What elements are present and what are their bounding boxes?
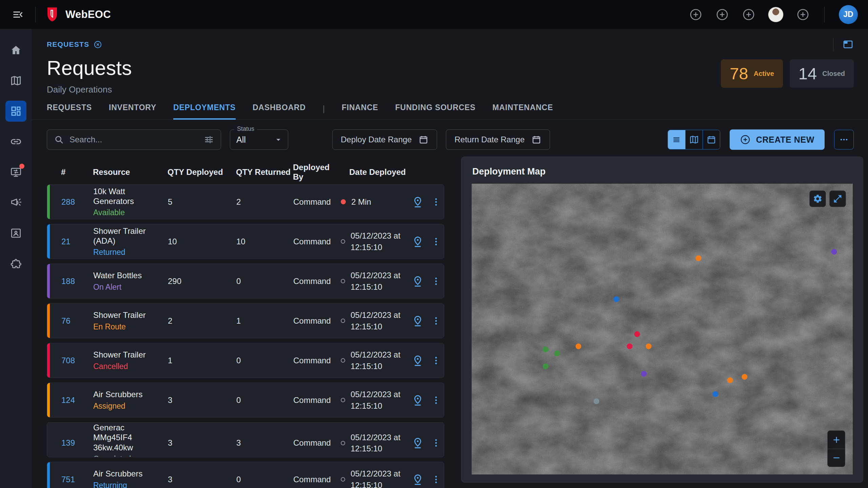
pin-drop-icon[interactable] — [407, 196, 428, 208]
qty-deployed: 10 — [168, 237, 236, 246]
pin-drop-icon[interactable] — [407, 436, 428, 449]
breadcrumb-label: REQUESTS — [47, 40, 89, 48]
map-settings-button[interactable] — [809, 190, 826, 207]
map-marker-blue[interactable] — [614, 297, 619, 302]
active-badge[interactable]: 78 Active — [721, 59, 783, 88]
sidebar-item-control-panel[interactable] — [5, 162, 26, 183]
map-marker-green[interactable] — [543, 363, 549, 369]
sidebar-item-plugins[interactable] — [5, 253, 26, 274]
popout-window-icon[interactable] — [842, 39, 854, 50]
zoom-in-button[interactable] — [828, 431, 845, 449]
map-fullscreen-button[interactable] — [829, 190, 846, 207]
row-id[interactable]: 21 — [61, 237, 93, 246]
table-row[interactable]: 76 Shower Trailer En Route 2 1 Command 0… — [47, 303, 444, 338]
list-view-button[interactable] — [668, 130, 685, 149]
calendar-view-button[interactable] — [703, 130, 720, 149]
tab-requests[interactable]: REQUESTS — [47, 103, 92, 120]
breadcrumb[interactable]: REQUESTS — [47, 40, 102, 49]
map-marker-orange[interactable] — [727, 378, 733, 383]
close-circle-icon[interactable] — [93, 40, 102, 49]
search-box[interactable] — [47, 129, 221, 150]
deploy-date-range-button[interactable]: Deploy Date Range — [332, 129, 437, 150]
filter-tune-icon[interactable] — [204, 135, 214, 145]
tab-maintenance[interactable]: MAINTENANCE — [492, 103, 553, 120]
map-marker-blue[interactable] — [713, 391, 718, 397]
map-canvas[interactable] — [472, 184, 853, 474]
row-menu-icon[interactable] — [428, 196, 444, 208]
resource-name: Water Bottles — [93, 270, 162, 280]
return-date-range-button[interactable]: Return Date Range — [446, 129, 550, 150]
status-select-label: Status — [234, 125, 257, 133]
table-row[interactable]: 751 Air Scrubbers Returning 3 0 Command … — [47, 462, 444, 488]
map-marker-orange[interactable] — [695, 255, 701, 261]
row-id[interactable]: 76 — [61, 316, 93, 326]
closed-badge[interactable]: 14 Closed — [790, 59, 854, 88]
row-menu-icon[interactable] — [428, 355, 444, 366]
table-row[interactable]: 708 Shower Trailer Cancelled 1 0 Command… — [47, 343, 444, 378]
map-marker-red[interactable] — [634, 331, 640, 337]
menu-collapse-button[interactable] — [10, 7, 26, 22]
topbar-actions: JD — [689, 5, 858, 24]
tab-dashboard[interactable]: DASHBOARD — [253, 103, 306, 120]
calendar-icon — [418, 135, 429, 145]
map-marker-purple[interactable] — [641, 371, 647, 377]
map-marker-green[interactable] — [554, 351, 560, 357]
add-circle-1-icon[interactable] — [689, 7, 703, 22]
map-marker-purple[interactable] — [831, 249, 837, 255]
sidebar-item-links[interactable] — [5, 131, 26, 152]
map-marker-orange[interactable] — [575, 343, 581, 349]
pin-drop-icon[interactable] — [407, 473, 428, 486]
add-circle-4-icon[interactable] — [796, 7, 810, 22]
row-id[interactable]: 288 — [61, 197, 93, 207]
row-id[interactable]: 751 — [61, 475, 93, 484]
map-marker-gray[interactable] — [593, 398, 599, 404]
row-menu-icon[interactable] — [428, 474, 444, 485]
tab-inventory[interactable]: INVENTORY — [109, 103, 156, 120]
row-menu-icon[interactable] — [428, 394, 444, 406]
search-input[interactable] — [70, 135, 198, 144]
table-row[interactable]: 139 Generac MMg45IF4 36kw.40kw Completed… — [47, 422, 444, 457]
row-menu-icon[interactable] — [428, 236, 444, 247]
map-marker-red[interactable] — [627, 343, 633, 349]
puzzle-icon — [10, 258, 22, 270]
sidebar-item-broadcast[interactable] — [5, 192, 26, 213]
row-status-accent — [47, 343, 50, 378]
tab-deployments[interactable]: DEPLOYMENTS — [173, 103, 236, 120]
row-menu-icon[interactable] — [428, 276, 444, 287]
tab-funding-sources[interactable]: FUNDING SOURCES — [395, 103, 475, 120]
user-avatar[interactable]: JD — [839, 5, 858, 24]
table-row[interactable]: 188 Water Bottles On Alert 290 0 Command… — [47, 264, 444, 299]
add-circle-3-icon[interactable] — [742, 7, 756, 22]
sidebar-item-boards[interactable] — [5, 101, 26, 122]
row-id[interactable]: 188 — [61, 277, 93, 286]
status-select[interactable]: Status All — [230, 129, 288, 150]
pin-drop-icon[interactable] — [407, 354, 428, 367]
more-options-button[interactable] — [834, 130, 854, 149]
pin-drop-icon[interactable] — [407, 275, 428, 288]
pin-drop-icon[interactable] — [407, 314, 428, 327]
add-circle-2-icon[interactable] — [715, 7, 729, 22]
zoom-out-button[interactable] — [828, 449, 845, 467]
table-row[interactable]: 124 Air Scrubbers Assigned 3 0 Command 0… — [47, 383, 444, 418]
sidebar-item-maps[interactable] — [5, 70, 26, 91]
table-row[interactable]: 21 Shower Trailer (ADA) Returned 10 10 C… — [47, 224, 444, 259]
user-avatar-photo-icon[interactable] — [768, 7, 784, 22]
map-marker-orange[interactable] — [742, 374, 747, 380]
pin-drop-icon[interactable] — [407, 394, 428, 407]
map-marker-green[interactable] — [543, 347, 549, 352]
closed-label: Closed — [822, 70, 845, 78]
row-id[interactable]: 708 — [61, 356, 93, 365]
pin-drop-icon[interactable] — [407, 235, 428, 248]
row-id[interactable]: 124 — [61, 395, 93, 405]
row-menu-icon[interactable] — [428, 315, 444, 327]
create-new-button[interactable]: CREATE NEW — [730, 129, 825, 150]
row-menu-icon[interactable] — [428, 437, 444, 449]
resource-name: Generac MMg45IF4 36kw.40kw — [93, 423, 162, 452]
sidebar-item-contacts[interactable] — [5, 223, 26, 244]
sidebar-item-home[interactable] — [5, 40, 26, 61]
map-view-button[interactable] — [685, 130, 703, 149]
map-marker-orange[interactable] — [646, 343, 651, 349]
row-id[interactable]: 139 — [61, 438, 93, 448]
tab-finance[interactable]: FINANCE — [342, 103, 378, 120]
table-row[interactable]: 288 10k Watt Generators Available 5 2 Co… — [47, 184, 444, 219]
